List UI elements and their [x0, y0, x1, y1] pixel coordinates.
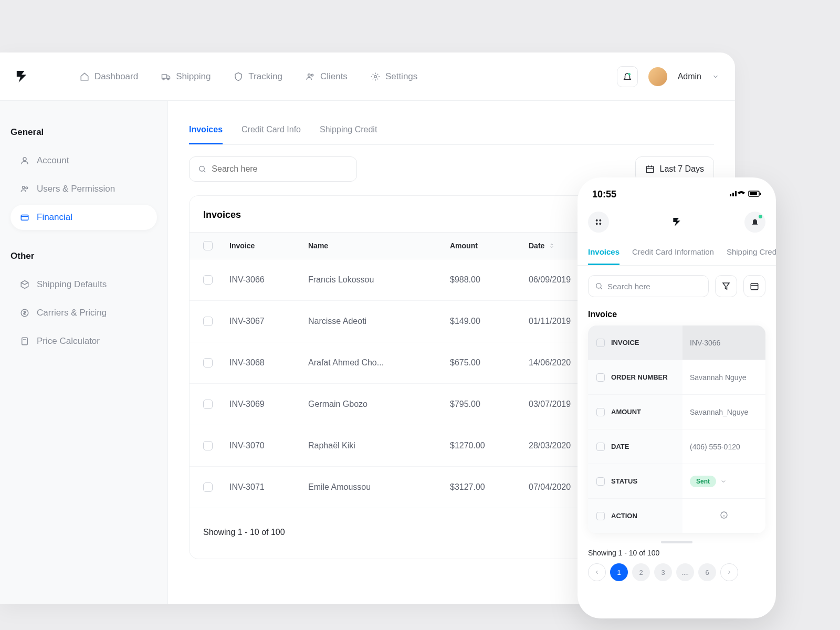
- col-amount[interactable]: Amount: [450, 242, 529, 250]
- mobile-pager-prev[interactable]: [588, 563, 606, 581]
- nav-tracking[interactable]: Tracking: [234, 71, 282, 82]
- chevron-down-icon: [720, 478, 727, 485]
- select-all-checkbox[interactable]: [203, 241, 213, 250]
- col-name[interactable]: Name: [308, 242, 450, 250]
- sidebar-item-account[interactable]: Account: [10, 148, 157, 173]
- mobile-filter-button[interactable]: [715, 275, 737, 297]
- mobile-status-bar: 10:55: [578, 177, 776, 205]
- cell-invoice: INV-3071: [229, 482, 308, 492]
- mobile-checkbox[interactable]: [596, 477, 605, 486]
- mobile-preview: 10:55 Invoices Credit Card Information S…: [578, 177, 776, 618]
- sidebar-item-label: Users & Permission: [37, 184, 115, 194]
- chevron-down-icon[interactable]: [712, 73, 719, 80]
- sidebar-item-label: Carriers & Pricing: [37, 308, 107, 318]
- mobile-pager-2[interactable]: 2: [632, 563, 650, 581]
- row-checkbox[interactable]: [203, 441, 213, 450]
- tab-shipping-credit[interactable]: Shipping Credit: [320, 117, 377, 144]
- user-icon: [20, 156, 29, 165]
- cell-name: Francis Lokossou: [308, 275, 450, 285]
- nav-settings[interactable]: Settings: [371, 71, 417, 82]
- cell-invoice: INV-3070: [229, 441, 308, 450]
- mobile-search-input[interactable]: Search here: [588, 275, 709, 297]
- nav-label: Tracking: [248, 71, 282, 82]
- shield-icon: [234, 72, 243, 81]
- svg-point-1: [163, 78, 164, 80]
- row-checkbox[interactable]: [203, 482, 213, 492]
- tab-invoices[interactable]: Invoices: [189, 117, 223, 144]
- filter-icon: [721, 281, 731, 291]
- bell-icon: [751, 218, 759, 226]
- mobile-checkbox[interactable]: [596, 373, 605, 382]
- sidebar-item-price-calculator[interactable]: Price Calculator: [10, 329, 157, 354]
- tab-credit-card-info[interactable]: Credit Card Info: [242, 117, 301, 144]
- mobile-calendar-button[interactable]: [743, 275, 765, 297]
- col-invoice[interactable]: Invoice: [229, 242, 308, 250]
- svg-point-4: [311, 74, 313, 76]
- mobile-status-pill[interactable]: Sent: [690, 476, 727, 487]
- row-checkbox[interactable]: [203, 400, 213, 409]
- mobile-topbar: [578, 205, 776, 242]
- mobile-tab-shipping-credit[interactable]: Shipping Credi: [727, 247, 776, 265]
- row-checkbox[interactable]: [203, 358, 213, 368]
- user-role: Admin: [678, 72, 701, 81]
- cell-name: Germain Gbozo: [308, 400, 450, 409]
- mobile-tab-invoices[interactable]: Invoices: [588, 247, 620, 265]
- mobile-pager-6[interactable]: 6: [698, 563, 716, 581]
- home-icon: [80, 72, 89, 81]
- cell-invoice: INV-3068: [229, 358, 308, 368]
- sidebar-item-carriers-pricing[interactable]: Carriers & Pricing: [10, 300, 157, 326]
- mobile-row-invoice: INVOICE INV-3066: [588, 326, 765, 360]
- sidebar-item-shipping-defaults[interactable]: Shipping Defaults: [10, 272, 157, 297]
- avatar[interactable]: [648, 67, 667, 86]
- svg-point-29: [596, 223, 598, 225]
- cell-name: Emile Amoussou: [308, 482, 450, 492]
- mobile-tab-cc[interactable]: Credit Card Information: [632, 247, 714, 265]
- svg-line-32: [601, 288, 602, 289]
- svg-rect-23: [735, 191, 737, 196]
- search-box[interactable]: [189, 156, 357, 182]
- mobile-value-amount: Savannah_Nguye: [682, 408, 765, 416]
- grid-icon: [594, 218, 603, 226]
- nav-clients[interactable]: Clients: [306, 71, 348, 82]
- mobile-drag-handle[interactable]: [661, 541, 692, 543]
- search-icon: [595, 282, 603, 290]
- mobile-pager-3[interactable]: 3: [654, 563, 672, 581]
- sidebar-item-financial[interactable]: Financial: [10, 205, 157, 230]
- sort-icon: [549, 243, 555, 249]
- cell-amount: $149.00: [450, 317, 529, 326]
- svg-rect-22: [732, 193, 734, 196]
- logo: [16, 70, 27, 83]
- svg-point-5: [374, 75, 377, 78]
- search-input[interactable]: [212, 164, 348, 174]
- mobile-checkbox[interactable]: [596, 408, 605, 416]
- tabs: Invoices Credit Card Info Shipping Credi…: [189, 117, 714, 145]
- mobile-row-amount: AMOUNT Savannah_Nguye: [588, 395, 765, 429]
- sidebar-item-users-permission[interactable]: Users & Permission: [10, 176, 157, 202]
- search-icon: [198, 164, 206, 174]
- svg-rect-33: [751, 284, 758, 290]
- mobile-checkbox[interactable]: [596, 443, 605, 451]
- mobile-pager-next[interactable]: [720, 563, 738, 581]
- cell-name: Raphaël Kiki: [308, 441, 450, 450]
- mobile-menu-button[interactable]: [588, 212, 609, 233]
- nav-dashboard[interactable]: Dashboard: [80, 71, 138, 82]
- mobile-row-status: STATUS Sent: [588, 464, 765, 499]
- mobile-value-order: Savannah Nguye: [682, 373, 765, 382]
- mobile-search-row: Search here: [578, 266, 776, 307]
- cell-invoice: INV-3069: [229, 400, 308, 409]
- showing-text: Showing 1 - 10 of 100: [203, 528, 285, 537]
- row-checkbox[interactable]: [203, 275, 213, 285]
- sidebar-item-label: Financial: [37, 212, 72, 223]
- mobile-checkbox[interactable]: [596, 339, 605, 347]
- row-checkbox[interactable]: [203, 317, 213, 326]
- nav-label: Dashboard: [94, 71, 138, 82]
- notifications-button[interactable]: [617, 66, 638, 87]
- nav-shipping[interactable]: Shipping: [161, 71, 211, 82]
- mobile-bell-button[interactable]: [744, 212, 765, 233]
- info-icon[interactable]: [720, 511, 728, 519]
- cell-amount: $795.00: [450, 400, 529, 409]
- mobile-time: 10:55: [592, 189, 616, 200]
- mobile-checkbox[interactable]: [596, 512, 605, 520]
- nav-label: Settings: [385, 71, 417, 82]
- mobile-pager-1[interactable]: 1: [610, 563, 628, 581]
